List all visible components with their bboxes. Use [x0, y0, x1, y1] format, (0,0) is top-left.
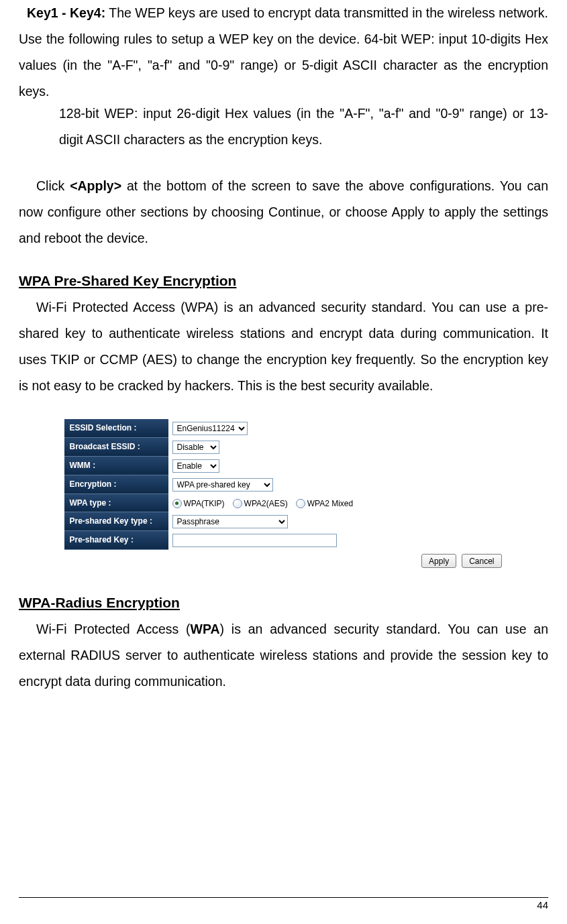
apply-button[interactable]: Apply [421, 554, 456, 568]
row-encryption: Encryption : WPA pre-shared key [64, 475, 503, 494]
radio-icon [233, 499, 242, 508]
radio-wpa-tkip[interactable]: WPA(TKIP) [172, 499, 225, 508]
label-wmm: WMM : [64, 457, 168, 475]
radio-wpa2-aes[interactable]: WPA2(AES) [233, 499, 288, 508]
row-broadcast-essid: Broadcast ESSID : Disable [64, 438, 503, 457]
radio-icon [172, 499, 182, 508]
radio-label-wpa-tkip: WPA(TKIP) [184, 499, 225, 508]
cancel-button[interactable]: Cancel [462, 554, 501, 568]
wpa-radius-bold: WPA [191, 622, 220, 636]
row-psk: Pre-shared Key : [64, 531, 503, 550]
form-buttons: Apply Cancel [64, 550, 503, 568]
label-psk: Pre-shared Key : [64, 531, 168, 550]
page-footer: 44 [19, 897, 548, 911]
apply-pre: Click [36, 178, 70, 193]
label-broadcast-essid: Broadcast ESSID : [64, 438, 168, 457]
wpa-psk-paragraph: Wi-Fi Protected Access (WPA) is an advan… [19, 294, 548, 399]
wpa-radius-paragraph: Wi-Fi Protected Access (WPA) is an advan… [19, 616, 548, 695]
wpa-radius-heading: WPA-Radius Encryption [19, 595, 548, 611]
row-wmm: WMM : Enable [64, 457, 503, 475]
input-psk[interactable] [172, 534, 337, 547]
apply-paragraph: Click <Apply> at the bottom of the scree… [19, 173, 548, 251]
select-psk-type[interactable]: Passphrase [172, 515, 288, 528]
radio-icon [296, 499, 305, 508]
select-essid[interactable]: EnGenius112244 [172, 422, 248, 435]
apply-bold: <Apply> [70, 178, 121, 193]
wpa-settings-form: ESSID Selection : EnGenius112244 Broadca… [64, 419, 503, 568]
label-wpa-type: WPA type : [64, 494, 168, 512]
radio-label-wpa2-aes: WPA2(AES) [244, 499, 288, 508]
select-encryption[interactable]: WPA pre-shared key [172, 478, 273, 492]
key1-key4-label: Key1 - Key4: [27, 5, 105, 20]
wpa-radius-pre: Wi-Fi Protected Access ( [36, 622, 191, 636]
wep-key-definition: Key1 - Key4: The WEP keys are used to en… [19, 0, 548, 105]
radio-wpa2-mixed[interactable]: WPA2 Mixed [296, 499, 353, 508]
row-psk-type: Pre-shared Key type : Passphrase [64, 512, 503, 531]
radio-label-wpa2-mixed: WPA2 Mixed [307, 499, 353, 508]
page-number: 44 [19, 899, 548, 911]
label-psk-type: Pre-shared Key type : [64, 512, 168, 531]
label-encryption: Encryption : [64, 475, 168, 494]
footer-rule [19, 897, 548, 898]
wpa-psk-heading: WPA Pre-Shared Key Encryption [19, 273, 548, 289]
select-wmm[interactable]: Enable [172, 459, 219, 473]
row-wpa-type: WPA type : WPA(TKIP) WPA2(AES) WPA2 Mixe… [64, 494, 503, 512]
wep-128bit-text: 128-bit WEP: input 26-digit Hex values (… [59, 101, 548, 153]
label-essid-selection: ESSID Selection : [64, 419, 168, 438]
row-essid-selection: ESSID Selection : EnGenius112244 [64, 419, 503, 438]
select-broadcast-essid[interactable]: Disable [172, 441, 219, 454]
